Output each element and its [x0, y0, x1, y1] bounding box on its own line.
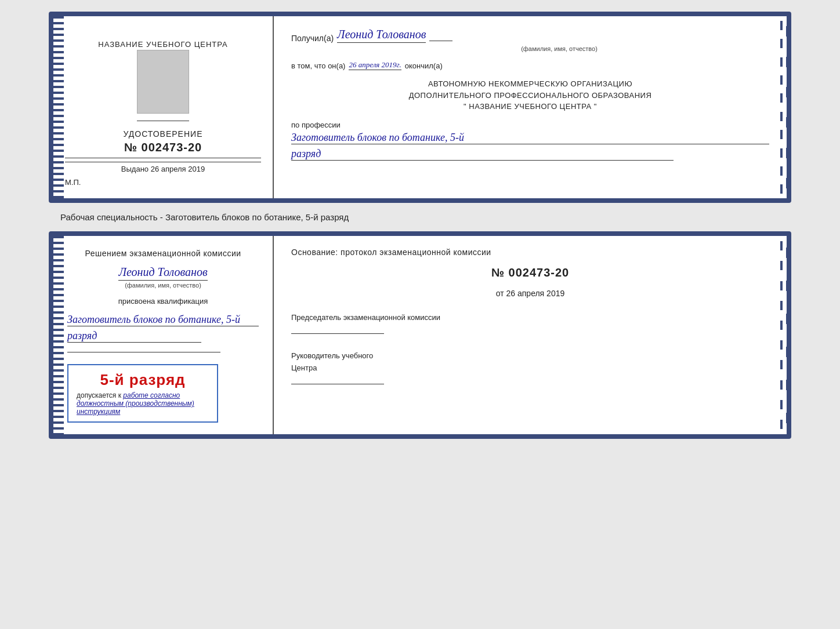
rank2-line: разряд	[67, 330, 201, 343]
qualification-name: Заготовитель блоков по ботанике, 5-й	[67, 314, 259, 326]
date-line: в том, что он(а) 26 апреля 2019г. окончи…	[291, 60, 769, 70]
completion-date: 26 апреля 2019г.	[349, 60, 401, 70]
profession-block: по профессии Заготовитель блоков по бота…	[291, 121, 769, 161]
left-hatch-2	[53, 236, 64, 434]
photo-placeholder	[137, 50, 189, 114]
cert2-left-panel: Решением экзаменационной комиссии Леонид…	[53, 236, 274, 434]
right-hatch	[776, 16, 787, 198]
stamp-rank: 5-й разряд	[77, 371, 209, 389]
cert2-right-panel: Основание: протокол экзаменационной коми…	[274, 236, 787, 434]
assigned-label: присвоена квалификация	[67, 297, 259, 306]
stamp-box: 5-й разряд допускается к работе согласно…	[67, 364, 218, 423]
head-sig-line	[291, 384, 384, 384]
dash	[429, 41, 452, 41]
cert-title: УДОСТОВЕРЕНИЕ	[124, 129, 203, 139]
stamp-allowed-text: допускается к работе согласно должностны…	[77, 391, 209, 416]
cert-left-panel: НАЗВАНИЕ УЧЕБНОГО ЦЕНТРА УДОСТОВЕРЕНИЕ №…	[53, 16, 274, 198]
certificate-card-1: НАЗВАНИЕ УЧЕБНОГО ЦЕНТРА УДОСТОВЕРЕНИЕ №…	[49, 12, 791, 203]
chairman-block: Председатель экзаменационной комиссии	[291, 312, 769, 336]
rank-line: разряд	[291, 148, 674, 161]
specialty-label: Рабочая специальность - Заготовитель бло…	[12, 212, 349, 222]
certificate-card-2: Решением экзаменационной комиссии Леонид…	[49, 231, 791, 439]
mp-label: М.П.	[65, 178, 81, 187]
basis-title: Основание: протокол экзаменационной коми…	[291, 248, 769, 257]
decision-title: Решением экзаменационной комиссии	[67, 248, 259, 260]
protocol-number: № 002473-20	[291, 266, 769, 279]
cert-right-panel: Получил(а) Леонид Толованов (фамилия, им…	[274, 16, 787, 198]
profession-name: Заготовитель блоков по ботанике, 5-й	[291, 132, 769, 144]
org-block: АВТОНОМНУЮ НЕКОММЕРЧЕСКУЮ ОРГАНИЗАЦИЮ ДО…	[291, 78, 769, 112]
chairman-sig-line	[291, 333, 384, 334]
decision-name: Леонид Толованов	[118, 266, 207, 281]
head-block: Руководитель учебного Центра	[291, 350, 769, 387]
received-prefix: Получил(а)	[291, 34, 334, 43]
protocol-date: от 26 апреля 2019	[291, 289, 769, 298]
right-hatch-2	[776, 236, 787, 434]
issued-line: Выдано 26 апреля 2019	[65, 162, 261, 173]
fio-hint: (фамилия, имя, отчество)	[291, 45, 769, 52]
recipient-name: Леонид Толованов	[337, 28, 426, 43]
fio-hint-2: (фамилия, имя, отчество)	[125, 282, 201, 289]
cert-number: № 002473-20	[124, 141, 202, 154]
training-center-label: НАЗВАНИЕ УЧЕБНОГО ЦЕНТРА	[98, 39, 227, 50]
